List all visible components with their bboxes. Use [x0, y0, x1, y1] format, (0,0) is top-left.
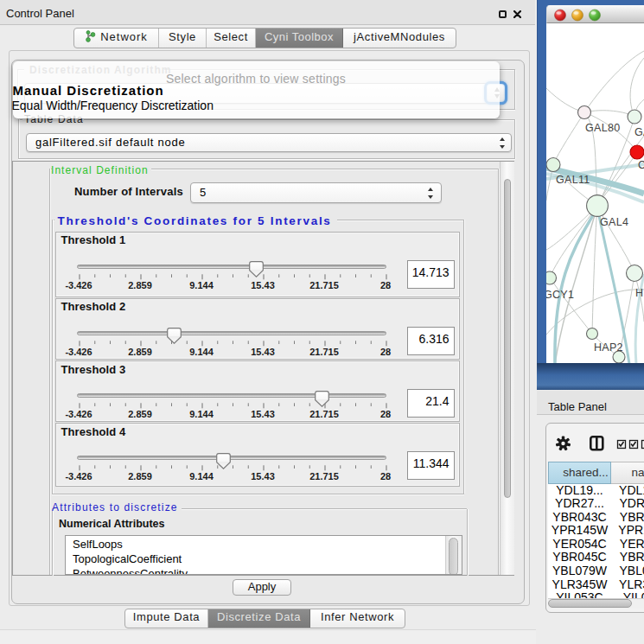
svg-text:GCY1: GCY1	[546, 289, 574, 301]
svg-text:GAL11: GAL11	[556, 174, 590, 186]
svg-text:GAL: GAL	[634, 126, 644, 138]
svg-text:H: H	[635, 287, 643, 299]
svg-text:GAL80: GAL80	[585, 122, 620, 134]
svg-text:HAP2: HAP2	[594, 341, 623, 354]
svg-text:C: C	[638, 159, 644, 171]
svg-text:GAL4: GAL4	[600, 216, 628, 228]
